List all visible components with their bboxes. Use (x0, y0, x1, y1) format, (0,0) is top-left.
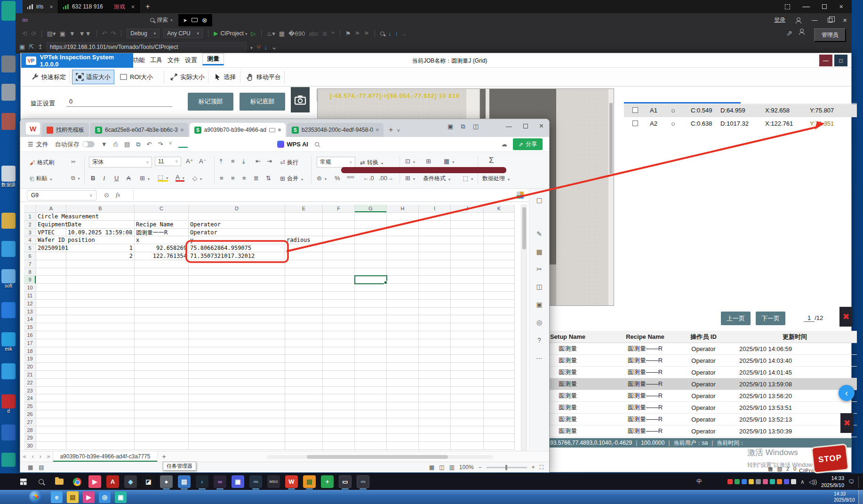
italic-icon[interactable]: I (103, 175, 105, 182)
cell-E9[interactable] (285, 276, 323, 284)
window-minimize-icon[interactable] (802, 2, 810, 11)
url-dropdown-icon[interactable] (250, 43, 253, 51)
document-tab-sheet-2[interactable]: S a9039b70-b39e-4966-ad (190, 123, 286, 137)
cell-I30[interactable] (419, 442, 451, 450)
mark-bottom-button[interactable]: 标记底部 (240, 93, 285, 111)
tab-list-dropdown-icon[interactable]: ˅ (397, 128, 400, 137)
cell-J28[interactable] (451, 426, 484, 434)
cell-K15[interactable] (484, 323, 515, 331)
cell-A23[interactable] (36, 387, 66, 395)
column-header-G[interactable]: G (355, 205, 387, 213)
cell-A28[interactable] (36, 426, 66, 434)
zoom-slider[interactable] (487, 467, 527, 468)
cell-F3[interactable] (323, 229, 355, 237)
user-icon[interactable] (796, 17, 801, 23)
cell-B24[interactable] (66, 394, 135, 402)
autosave-toggle[interactable] (82, 141, 95, 147)
cell-H27[interactable] (387, 418, 419, 426)
language-indicator[interactable]: 中 (696, 478, 702, 486)
tray-app-icon-tray-red[interactable] (727, 479, 733, 484)
cell-J10[interactable] (451, 284, 484, 292)
vptek-maximize-button[interactable]: □ (834, 55, 847, 66)
cell-G24[interactable] (355, 394, 387, 402)
tool-ROI大小[interactable]: ROI大小 (116, 70, 156, 84)
desktop-icon-app-2[interactable] (1, 84, 16, 101)
cell-D17[interactable] (189, 339, 285, 347)
cell-G15[interactable] (355, 323, 387, 331)
cell-A26[interactable] (36, 410, 66, 418)
cell-K6[interactable] (484, 252, 515, 260)
ribbon-tab[interactable] (225, 141, 235, 148)
cell-F4[interactable] (323, 236, 355, 244)
cell-B11[interactable] (66, 292, 135, 300)
camera-button[interactable] (291, 87, 310, 112)
tray-app-icon-tray-gray[interactable] (756, 479, 761, 484)
cell-F8[interactable] (323, 268, 355, 276)
desktop-icon-app-4[interactable] (1, 213, 16, 229)
vs-menu-item[interactable] (33, 18, 42, 22)
cell-E21[interactable] (285, 371, 323, 379)
export-icon[interactable]: ⧉ (136, 141, 140, 148)
cell-E14[interactable] (285, 315, 323, 323)
cell-A6[interactable] (36, 252, 66, 260)
vs-menu-item[interactable] (67, 18, 76, 22)
cell-B5[interactable]: 1 (66, 244, 135, 252)
row-header-4[interactable]: 4 (24, 236, 36, 244)
vs-menu-item[interactable] (93, 18, 101, 22)
cell-H10[interactable] (387, 284, 419, 292)
window-close-icon[interactable] (839, 2, 843, 11)
cell-F24[interactable] (323, 394, 355, 402)
align-right-icon[interactable]: ≡ (242, 175, 246, 182)
cell-C12[interactable] (135, 300, 189, 308)
share-icon[interactable]: ⇗ (786, 29, 792, 38)
cell-H29[interactable] (387, 434, 419, 442)
cell-E23[interactable] (285, 387, 323, 395)
cell-F10[interactable] (323, 284, 355, 292)
cut-icon[interactable]: ✂ (71, 159, 76, 165)
cell-G2[interactable] (355, 221, 387, 229)
cell-J18[interactable] (451, 347, 484, 355)
font-color-icon[interactable]: A (176, 174, 184, 182)
cell-K3[interactable] (484, 229, 515, 237)
row-header-26[interactable]: 26 (24, 410, 36, 418)
new-tab-button[interactable]: + (140, 0, 155, 13)
stop-record-icon[interactable] (202, 16, 208, 24)
cell-D27[interactable] (189, 418, 285, 426)
vptek-menu-功能[interactable]: 功能 (133, 56, 145, 64)
cell-I24[interactable] (419, 394, 451, 402)
cell-G13[interactable] (355, 308, 387, 316)
wps-search-icon[interactable] (315, 142, 319, 146)
cell-D6[interactable]: 71.3507321017.32012 (189, 252, 285, 260)
row-header-1[interactable]: 1 (24, 213, 36, 221)
cell-C15[interactable] (135, 323, 189, 331)
vs-menu-item[interactable] (118, 18, 127, 22)
cell-G6[interactable] (355, 252, 387, 260)
cell-B30[interactable] (66, 442, 135, 450)
cell-C16[interactable] (135, 331, 189, 339)
cell-D2[interactable]: Operateor (189, 221, 285, 229)
cell-B13[interactable] (66, 308, 135, 316)
decrease-decimal-icon[interactable]: .00→ (379, 175, 393, 182)
cell-H24[interactable] (387, 394, 419, 402)
vs-menu-item[interactable] (42, 18, 50, 22)
cell-C5[interactable]: 92.658269 (135, 244, 189, 252)
cell-C4[interactable]: x (135, 236, 189, 244)
cell-F16[interactable] (323, 331, 355, 339)
misc-icon-2[interactable]: �690 (288, 30, 305, 37)
taskbar-icon-search[interactable] (35, 475, 48, 488)
nav-down-icon[interactable]: ↓ (388, 30, 392, 37)
number-format-select[interactable]: 常规˅ (317, 157, 355, 168)
cell-A21[interactable] (36, 371, 66, 379)
cell-K23[interactable] (484, 387, 515, 395)
cell-B12[interactable] (66, 300, 135, 308)
shapes-icon[interactable]: ◫ (529, 283, 549, 290)
host-show-desktop[interactable] (858, 490, 863, 504)
desktop-icon-datasource[interactable]: 数据源 (1, 166, 16, 188)
insert-cells-icon[interactable]: ⊡ (405, 158, 415, 165)
cell-K11[interactable] (484, 292, 515, 300)
cell-B28[interactable] (66, 426, 135, 434)
cell-G27[interactable] (355, 418, 387, 426)
cell-J12[interactable] (451, 300, 484, 308)
tray-app-icon-tray-yellow[interactable] (749, 479, 754, 484)
cell-I3[interactable] (419, 229, 451, 237)
